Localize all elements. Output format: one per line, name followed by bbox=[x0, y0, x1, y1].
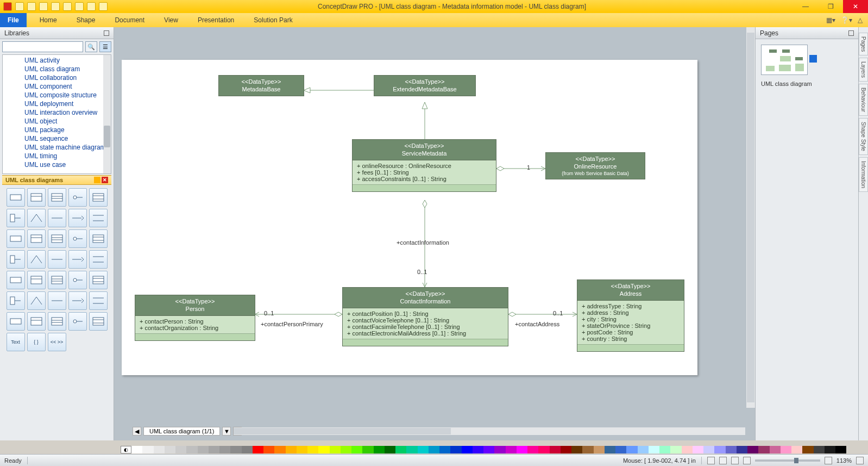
app-icon[interactable] bbox=[3, 2, 12, 11]
shape-class-4-icon[interactable] bbox=[89, 188, 108, 207]
color-swatch[interactable] bbox=[550, 446, 561, 453]
color-swatch[interactable] bbox=[439, 446, 450, 453]
ribbon-options-icon[interactable]: ▦▾ bbox=[826, 16, 835, 24]
uml-class-extended-metadata-base[interactable]: <<DataType>>ExtendedMetadataBase bbox=[374, 75, 476, 96]
close-button[interactable]: ✕ bbox=[843, 0, 868, 13]
color-swatch[interactable] bbox=[571, 446, 582, 453]
qat-paste-icon[interactable] bbox=[99, 2, 108, 11]
shape-comp-b-icon[interactable] bbox=[27, 291, 46, 310]
color-swatch[interactable] bbox=[418, 446, 429, 453]
color-swatch[interactable] bbox=[693, 446, 703, 453]
shape-pkg-b-icon[interactable] bbox=[89, 312, 108, 331]
canvas-hscroll[interactable] bbox=[234, 427, 745, 435]
color-swatch[interactable] bbox=[165, 446, 175, 453]
shape-assoc-c-icon[interactable] bbox=[48, 229, 66, 248]
shape-comp-e-icon[interactable] bbox=[89, 291, 108, 310]
shape-text-icon[interactable]: Text bbox=[7, 333, 25, 351]
side-tab-information[interactable]: Information bbox=[859, 157, 868, 192]
shape-pkg-a-icon[interactable] bbox=[68, 312, 87, 331]
color-swatch[interactable] bbox=[770, 446, 781, 453]
ribbon-tab-shape[interactable]: Shape bbox=[67, 13, 105, 27]
shape-arrow-icon[interactable] bbox=[68, 209, 87, 227]
color-swatch[interactable] bbox=[758, 446, 769, 453]
shape-aggr-c-icon[interactable] bbox=[48, 271, 66, 289]
tree-item[interactable]: UML package bbox=[24, 126, 111, 134]
color-swatch[interactable] bbox=[747, 446, 758, 453]
color-swatch[interactable] bbox=[626, 446, 637, 453]
page-tab[interactable]: UML class diagram (1/1) bbox=[143, 427, 220, 436]
shape-aggr-a-icon[interactable] bbox=[7, 271, 25, 289]
shape-comp-a-icon[interactable] bbox=[7, 291, 25, 310]
canvas-vscroll[interactable] bbox=[746, 27, 755, 408]
color-swatch[interactable] bbox=[406, 446, 417, 453]
qat-open-icon[interactable] bbox=[27, 2, 36, 11]
minimize-button[interactable]: — bbox=[793, 0, 818, 13]
color-swatch[interactable] bbox=[714, 446, 725, 453]
side-tab-layers[interactable]: Layers bbox=[859, 58, 868, 82]
tree-item[interactable]: UML composite structure bbox=[24, 91, 111, 100]
pin-icon[interactable] bbox=[848, 30, 854, 36]
maximize-button[interactable]: ❐ bbox=[818, 0, 843, 13]
side-tab-shape-style[interactable]: Shape Style bbox=[859, 118, 868, 155]
color-swatch[interactable] bbox=[638, 446, 649, 453]
palette-min-icon[interactable] bbox=[94, 177, 100, 183]
color-picker-icon[interactable]: ◐ bbox=[121, 446, 131, 453]
qat-save-icon[interactable] bbox=[39, 2, 48, 11]
filter-icon[interactable]: ☰ bbox=[99, 41, 111, 52]
side-tab-behaviour[interactable]: Behaviour bbox=[859, 84, 868, 116]
shape-comp-d-icon[interactable] bbox=[68, 291, 87, 310]
shape-aggr-d-icon[interactable] bbox=[68, 271, 87, 289]
color-swatch[interactable] bbox=[175, 446, 186, 453]
color-swatch[interactable] bbox=[253, 446, 263, 453]
color-swatch[interactable] bbox=[374, 446, 385, 453]
shape-dep-d-icon[interactable] bbox=[68, 250, 87, 269]
color-swatch[interactable] bbox=[330, 446, 341, 453]
color-swatch[interactable] bbox=[395, 446, 406, 453]
shape-dep-b-icon[interactable] bbox=[27, 250, 46, 269]
search-icon[interactable]: 🔍 bbox=[85, 41, 97, 52]
shape-stereo-icon[interactable]: << >> bbox=[48, 333, 66, 351]
uml-class-address[interactable]: <<DataType>>Address + addressType : Stri… bbox=[577, 279, 684, 352]
shape-line-icon[interactable] bbox=[48, 209, 66, 227]
color-swatch[interactable] bbox=[781, 446, 791, 453]
color-swatch[interactable] bbox=[682, 446, 693, 453]
uml-class-contact-information[interactable]: <<DataType>>ContactInformation + contact… bbox=[342, 287, 508, 346]
color-swatch[interactable] bbox=[538, 446, 549, 453]
shape-class-box-icon[interactable] bbox=[7, 188, 25, 207]
fit-page-icon[interactable] bbox=[719, 457, 727, 464]
qat-redo-icon[interactable] bbox=[75, 2, 84, 11]
qat-undo-icon[interactable] bbox=[63, 2, 72, 11]
color-swatch[interactable] bbox=[230, 446, 241, 453]
tree-item[interactable]: UML activity bbox=[24, 56, 111, 65]
library-search-input[interactable] bbox=[2, 41, 83, 52]
collapse-ribbon-icon[interactable]: △ bbox=[858, 16, 863, 24]
color-swatch[interactable] bbox=[362, 446, 373, 453]
color-swatch[interactable] bbox=[506, 446, 517, 453]
color-swatch[interactable] bbox=[494, 446, 505, 453]
color-swatch[interactable] bbox=[297, 446, 307, 453]
shape-real-b-icon[interactable] bbox=[27, 312, 46, 331]
help-icon[interactable]: ❔▾ bbox=[841, 16, 852, 24]
color-swatch[interactable] bbox=[649, 446, 659, 453]
color-swatch[interactable] bbox=[318, 446, 329, 453]
pin-icon[interactable] bbox=[104, 30, 109, 36]
color-swatch[interactable] bbox=[154, 446, 165, 453]
color-swatch[interactable] bbox=[351, 446, 362, 453]
color-swatch[interactable] bbox=[737, 446, 747, 453]
uml-class-metadata-base[interactable]: <<DataType>>MetadataBase bbox=[218, 75, 304, 96]
shape-real-a-icon[interactable] bbox=[7, 312, 25, 331]
ribbon-tab-view[interactable]: View bbox=[154, 13, 188, 27]
qat-copy-icon[interactable] bbox=[87, 2, 96, 11]
tree-item[interactable]: UML sequence bbox=[24, 134, 111, 143]
shape-parallel-icon[interactable] bbox=[89, 209, 108, 227]
color-swatch[interactable] bbox=[307, 446, 318, 453]
color-swatch[interactable] bbox=[527, 446, 538, 453]
ribbon-tab-document[interactable]: Document bbox=[105, 13, 154, 27]
color-swatch[interactable] bbox=[341, 446, 351, 453]
uml-class-online-resource[interactable]: <<DataType>>OnlineResource(from Web Serv… bbox=[545, 152, 645, 179]
tree-item[interactable]: UML class diagram bbox=[24, 65, 111, 73]
tree-item[interactable]: UML state machine diagram bbox=[24, 143, 111, 152]
page-select-icon[interactable] bbox=[809, 55, 817, 63]
shape-note-icon[interactable] bbox=[7, 209, 25, 227]
tree-item[interactable]: UML interaction overview bbox=[24, 108, 111, 117]
